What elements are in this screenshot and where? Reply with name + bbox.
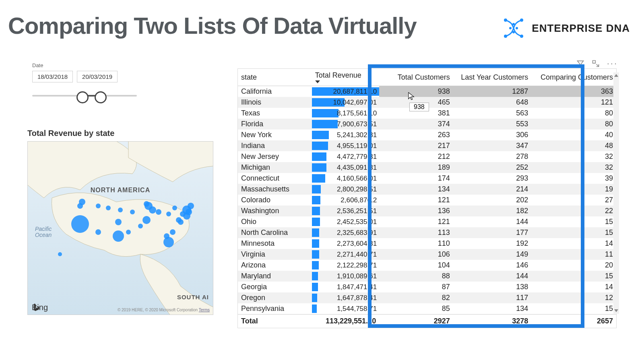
date-slicer[interactable]: Date 18/03/2018 20/03/2019 [32,62,137,102]
cell-state: Pennsylvania [238,303,312,315]
svg-point-2 [512,23,515,25]
brand-logo: ENTERPRISE DNA [502,18,630,38]
cell-comparing-customers: 20 [531,260,616,271]
cell-total-customers: 82 [379,292,453,303]
date-from[interactable]: 18/03/2018 [32,71,73,82]
cell-last-year-customers: 553 [453,119,531,130]
cell-total-customers: 136 [379,206,453,216]
map-visual[interactable]: Total Revenue by state NORTH AMERICA SOU… [27,129,213,315]
table-row[interactable]: Massachusetts2,800,298.5113421419 [238,184,616,195]
cell-revenue: 20,687,811.10 [312,86,379,97]
brand-name: ENTERPRISE DNA [532,22,630,35]
cell-last-year-customers: 563 [453,108,531,119]
table-row[interactable]: Oregon1,647,878.418211712 [238,292,616,303]
cell-total-customers: 189 [379,162,453,173]
map-label-south-america: SOUTH AI [177,294,209,300]
map-bubble[interactable] [106,206,111,210]
cell-last-year-customers: 146 [453,260,531,271]
map-bubble[interactable] [71,215,89,233]
cell-total-customers: 104 [379,260,453,271]
map-bubble[interactable] [142,216,151,224]
cell-state: Oregon [238,292,312,303]
map-bubble[interactable] [170,229,175,235]
cell-comparing-customers: 11 [531,249,616,260]
slider-thumb-end[interactable] [95,91,107,103]
cell-comparing-customers: 363 [531,86,616,97]
cell-total-customers: 121 [379,195,453,206]
slider-thumb-start[interactable] [76,91,89,103]
map-canvas[interactable] [28,142,213,315]
table-row[interactable]: Virginia2,271,440.7110614911 [238,249,616,260]
table-row[interactable]: North Carolina2,325,683.9111317715 [238,227,616,238]
map-bubble[interactable] [144,201,149,207]
map-bubble[interactable] [96,204,101,208]
svg-point-4 [504,35,507,38]
cell-last-year-customers: 134 [453,303,531,315]
map-bubble[interactable] [58,252,62,256]
table-row[interactable]: Washington2,536,251.5113618222 [238,206,616,216]
page-title: Comparing Two Lists Of Data Virtually [8,12,417,39]
map-bubble[interactable] [77,203,83,209]
cell-state: New York [238,130,312,140]
table-row[interactable]: Georgia1,847,471.418713814 [238,282,616,292]
more-options-icon[interactable]: ··· [607,60,618,69]
map-bubble[interactable] [138,224,143,228]
table-row[interactable]: New York5,241,302.8126330640 [238,130,616,140]
map-bubble[interactable] [163,237,174,247]
table-row[interactable]: Indiana4,955,119.0121734748 [238,140,616,151]
map-bubble[interactable] [113,230,124,242]
map-terms-link[interactable]: Terms [199,308,210,312]
map-bubble[interactable] [178,219,184,225]
cell-last-year-customers: 293 [453,173,531,184]
cell-comparing-customers: 39 [531,173,616,184]
date-slider[interactable] [32,90,137,102]
table-row[interactable]: Maryland1,910,089.618814415 [238,271,616,282]
col-comparing-customers[interactable]: Comparing Customers [531,69,616,86]
table-row[interactable]: Colorado2,606,876.212120227 [238,195,616,206]
cell-revenue: 8,175,561.10 [312,108,379,119]
cell-revenue: 5,241,302.81 [312,130,379,140]
cell-comparing-customers: 14 [531,238,616,249]
map-bubble[interactable] [166,212,171,216]
map-bubble[interactable] [149,206,156,214]
cell-revenue: 4,472,779.31 [312,151,379,162]
date-to[interactable]: 20/03/2019 [77,71,118,82]
table-row[interactable]: California20,687,811.109381287363 [238,86,616,97]
map-bubble[interactable] [126,230,131,234]
table-scrollbar[interactable] [613,72,619,314]
table-header-row[interactable]: state Total Revenue Total Customers Last… [238,69,616,86]
cell-state: Arizona [238,260,312,271]
cell-last-year-customers: 177 [453,227,531,238]
map-bubble[interactable] [180,211,186,217]
table-row[interactable]: New Jersey4,472,779.3121227832 [238,151,616,162]
map-bubble[interactable] [115,219,122,225]
table-row[interactable]: Ohio2,452,535.0112114415 [238,216,616,227]
map-bubble[interactable] [172,206,177,210]
focus-icon[interactable] [592,60,600,69]
cell-last-year-customers: 182 [453,206,531,216]
table-row[interactable]: Connecticut4,160,566.0117429339 [238,173,616,184]
col-total-revenue[interactable]: Total Revenue [312,69,379,86]
map-bubble[interactable] [130,210,135,214]
col-last-year-customers[interactable]: Last Year Customers [453,69,531,86]
map-bubble[interactable] [118,208,123,212]
map-bubble[interactable] [186,209,192,215]
table-row[interactable]: Arizona2,122,298.7110414620 [238,260,616,271]
cell-revenue: 4,435,091.81 [312,162,379,173]
col-total-customers[interactable]: Total Customers [379,69,453,86]
map-bubble[interactable] [156,209,161,215]
filter-icon[interactable] [576,60,584,69]
map-bubble[interactable] [95,229,101,235]
svg-point-0 [504,19,507,22]
map-bubble[interactable] [164,233,169,239]
cell-comparing-customers: 14 [531,282,616,292]
cell-last-year-customers: 144 [453,271,531,282]
cell-comparing-customers: 32 [531,162,616,173]
table-row[interactable]: Pennsylvania1,544,758.718513415 [238,303,616,315]
table-row[interactable]: Minnesota2,273,604.8111019214 [238,238,616,249]
map-attribution: Bing [32,303,48,312]
table-row[interactable]: Michigan4,435,091.8118925232 [238,162,616,173]
table-row[interactable]: Florida7,900,673.5137455380 [238,119,616,130]
map-bubble[interactable] [188,203,194,209]
col-state[interactable]: state [238,69,312,86]
